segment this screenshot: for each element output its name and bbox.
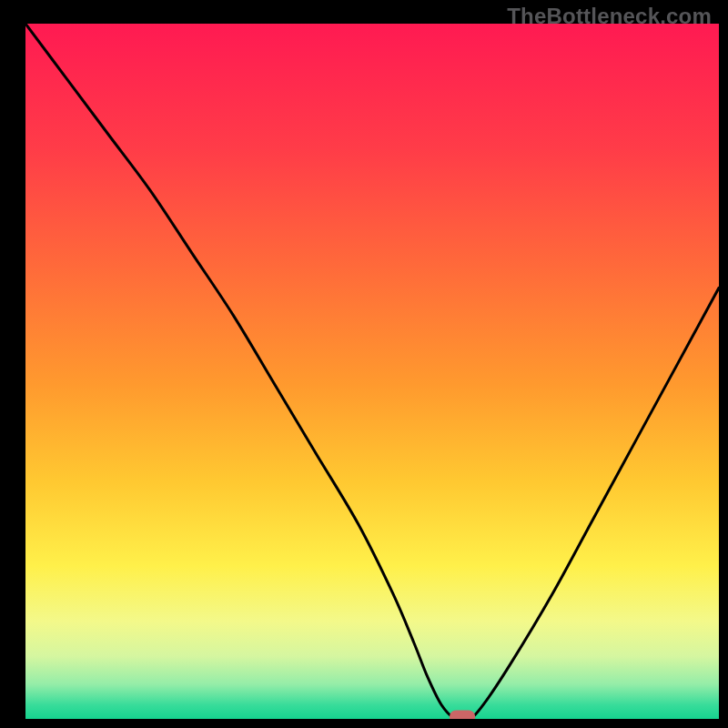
chart-svg <box>25 24 719 719</box>
gradient-background <box>25 24 719 719</box>
optimal-point-marker <box>450 711 475 720</box>
chart-area <box>25 24 719 719</box>
chart-container: TheBottleneck.com <box>0 0 728 728</box>
watermark-text: TheBottleneck.com <box>507 4 712 29</box>
